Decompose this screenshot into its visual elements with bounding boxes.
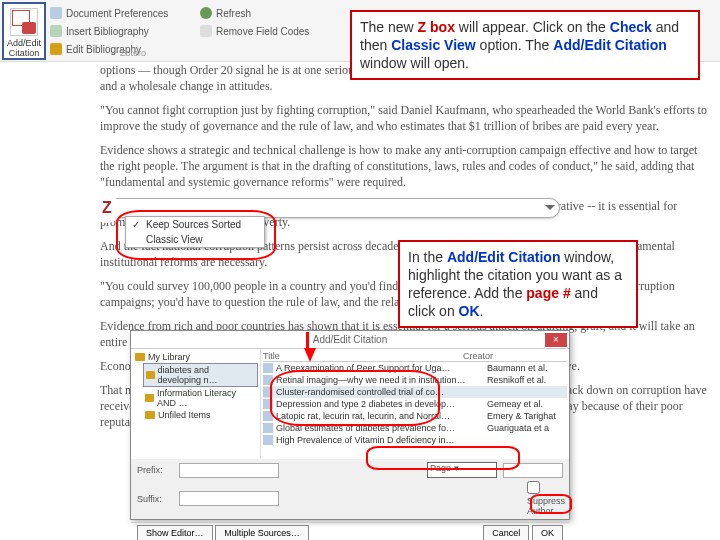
zotero-citation-icon (10, 8, 38, 36)
remove-icon (200, 25, 212, 37)
classic-view-option[interactable]: Classic View (126, 232, 264, 247)
citation-row[interactable]: Cluster-randomised controlled trial of c… (263, 386, 567, 398)
dropdown-arrow-icon[interactable] (545, 205, 555, 210)
page-number-input[interactable] (503, 463, 563, 478)
item-icon (263, 363, 273, 373)
edit-icon (50, 43, 62, 55)
close-button[interactable]: × (545, 333, 567, 347)
col-creator: Creator (463, 351, 493, 361)
folder-icon (145, 411, 155, 419)
citation-row[interactable]: High Prevalence of Vitamin D deficiency … (263, 434, 567, 446)
add-edit-citation-dialog: Add/Edit Citation × My Library diabetes … (130, 330, 570, 520)
tree-root[interactable]: My Library (133, 351, 258, 363)
item-icon (263, 435, 273, 445)
citation-row[interactable]: Retinal imaging—why we need it in instit… (263, 374, 567, 386)
folder-icon (145, 394, 154, 402)
keep-sorted-option[interactable]: ✓Keep Sources Sorted (126, 217, 264, 232)
show-editor-button[interactable]: Show Editor… (137, 525, 213, 540)
z-icon: Z (93, 195, 121, 223)
citation-row[interactable]: A Reexamination of Peer Support for Uga…… (263, 362, 567, 374)
tree-node[interactable]: diabetes and developing n… (143, 363, 258, 387)
suffix-label: Suffix: (137, 494, 173, 504)
folder-icon (135, 353, 145, 361)
citation-row[interactable]: Depression and type 2 diabetes in develo… (263, 398, 567, 410)
dialog-title-bar: Add/Edit Citation × (131, 331, 569, 349)
suffix-input[interactable] (179, 491, 279, 506)
cancel-button[interactable]: Cancel (483, 525, 529, 540)
add-edit-citation-button[interactable]: Add/Edit Citation (2, 2, 46, 60)
folder-icon (146, 371, 155, 379)
edit-bibliography-button[interactable]: Edit Bibliography (50, 40, 168, 58)
prefix-label: Prefix: (137, 465, 173, 475)
item-icon (263, 411, 273, 421)
page-locator-select[interactable]: Page ▾ (427, 462, 497, 478)
bibliography-icon (50, 25, 62, 37)
citation-row[interactable]: Global estimates of diabetes prevalence … (263, 422, 567, 434)
document-icon (50, 7, 62, 19)
instruction-callout-2: In the Add/Edit Citation window, highlig… (398, 240, 638, 328)
ribbon-group-label: Zotero (120, 48, 146, 58)
ok-button[interactable]: OK (532, 525, 563, 540)
citation-btn-label: Add/Edit Citation (4, 38, 44, 58)
suppress-author-checkbox[interactable]: Suppress Author (527, 481, 563, 516)
zotero-quick-search-bar[interactable]: Z (100, 198, 560, 218)
multiple-sources-button[interactable]: Multiple Sources… (215, 525, 309, 540)
check-icon: ✓ (130, 219, 142, 230)
citation-row[interactable]: Latopic rat, lecurin rat, lecurin, and N… (263, 410, 567, 422)
item-icon (263, 399, 273, 409)
item-icon (263, 423, 273, 433)
tree-node[interactable]: Information Literacy AND … (143, 387, 258, 409)
insert-bibliography-button[interactable]: Insert Bibliography (50, 22, 168, 40)
item-icon (263, 375, 273, 385)
citation-list[interactable]: TitleCreator A Reexamination of Peer Sup… (261, 349, 569, 459)
col-title: Title (263, 351, 463, 361)
tree-node[interactable]: Unfiled Items (143, 409, 258, 421)
doc-prefs-button[interactable]: Document Preferences (50, 4, 168, 22)
instruction-callout-1: The new Z box will appear. Click on the … (350, 10, 700, 80)
library-tree[interactable]: My Library diabetes and developing n… In… (131, 349, 261, 459)
remove-codes-button[interactable]: Remove Field Codes (200, 22, 309, 40)
prefix-input[interactable] (179, 463, 279, 478)
refresh-button[interactable]: Refresh (200, 4, 251, 22)
refresh-icon (200, 7, 212, 19)
z-dropdown-menu: ✓Keep Sources Sorted Classic View (125, 216, 265, 248)
item-icon (263, 387, 273, 397)
arrow-down-icon (304, 348, 316, 362)
